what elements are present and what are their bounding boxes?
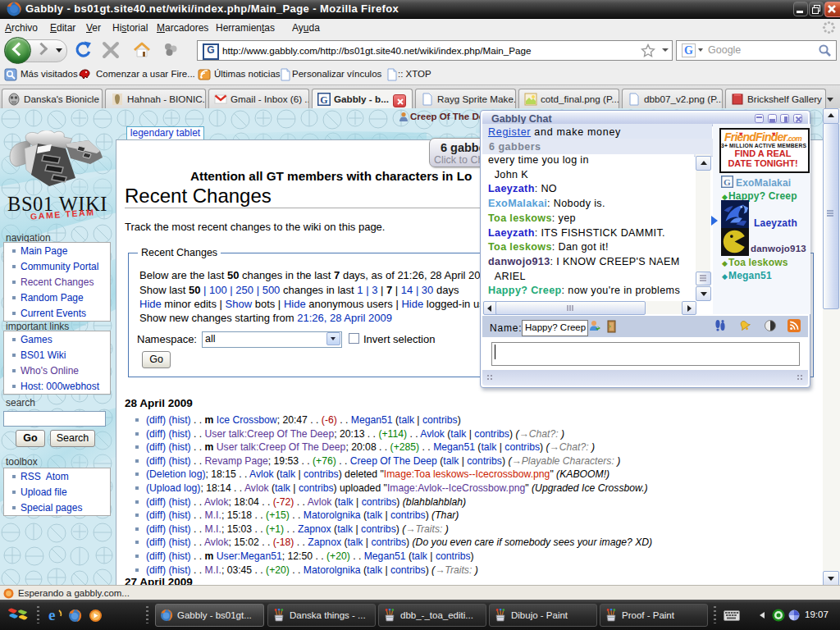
svg-text:e: e <box>48 608 55 623</box>
svg-text:G: G <box>684 44 693 57</box>
svg-text:G: G <box>320 94 327 106</box>
svg-text:G: G <box>724 177 731 187</box>
